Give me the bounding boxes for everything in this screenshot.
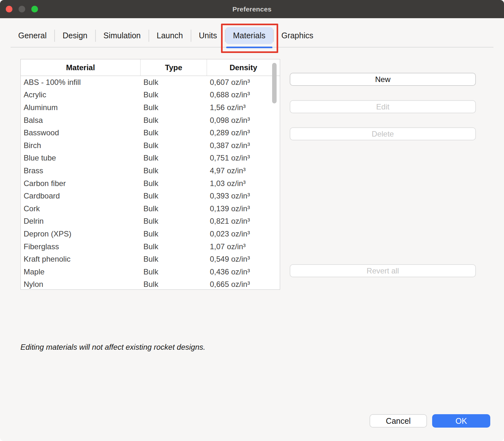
cell-density: 0,139 oz/in³ bbox=[207, 204, 280, 213]
cell-material: Kraft phenolic bbox=[21, 255, 141, 264]
cell-type: Bulk bbox=[141, 242, 207, 251]
cell-density: 0,023 oz/in³ bbox=[207, 229, 280, 238]
materials-table-body: ABS - 100% infillBulk0,607 oz/in³Acrylic… bbox=[21, 76, 280, 290]
column-header-type[interactable]: Type bbox=[141, 59, 207, 76]
cell-material: Maple bbox=[21, 267, 141, 276]
table-row[interactable]: Blue tubeBulk0,751 oz/in³ bbox=[21, 152, 280, 165]
cell-type: Bulk bbox=[141, 204, 207, 213]
cell-type: Bulk bbox=[141, 229, 207, 238]
cell-type: Bulk bbox=[141, 103, 207, 112]
cell-density: 4,97 oz/in³ bbox=[207, 166, 280, 175]
cell-type: Bulk bbox=[141, 280, 207, 289]
table-header: Material Type Density bbox=[21, 59, 280, 76]
cell-material: Nylon bbox=[21, 280, 141, 289]
cell-material: Cardboard bbox=[21, 191, 141, 200]
cell-density: 0,393 oz/in³ bbox=[207, 191, 280, 200]
cell-material: Delrin bbox=[21, 217, 141, 226]
cell-material: Depron (XPS) bbox=[21, 229, 141, 238]
table-row[interactable]: CardboardBulk0,393 oz/in³ bbox=[21, 190, 280, 202]
cell-density: 0,688 oz/in³ bbox=[207, 90, 280, 99]
titlebar: Preferences bbox=[0, 0, 504, 18]
materials-note: Editing materials will not affect existi… bbox=[20, 343, 205, 352]
cell-type: Bulk bbox=[141, 217, 207, 226]
column-header-density[interactable]: Density bbox=[207, 59, 280, 76]
cell-material: Birch bbox=[21, 141, 141, 150]
cell-density: 0,289 oz/in³ bbox=[207, 128, 280, 137]
materials-table: Material Type Density ABS - 100% infillB… bbox=[20, 59, 280, 290]
cell-material: Brass bbox=[21, 166, 141, 175]
revert-all-button[interactable]: Revert all bbox=[290, 264, 476, 277]
cell-density: 0,665 oz/in³ bbox=[207, 280, 280, 289]
cell-material: Cork bbox=[21, 204, 141, 213]
table-row[interactable]: NylonBulk0,665 oz/in³ bbox=[21, 278, 280, 290]
table-row[interactable]: Kraft phenolicBulk0,549 oz/in³ bbox=[21, 253, 280, 265]
tab-graphics[interactable]: Graphics bbox=[274, 27, 321, 44]
cell-density: 0,387 oz/in³ bbox=[207, 141, 280, 150]
minimize-button[interactable] bbox=[19, 6, 25, 12]
cell-type: Bulk bbox=[141, 116, 207, 125]
tab-general[interactable]: General bbox=[11, 27, 54, 44]
column-header-material[interactable]: Material bbox=[21, 59, 141, 76]
traffic-lights bbox=[6, 0, 38, 18]
table-row[interactable]: FiberglassBulk1,07 oz/in³ bbox=[21, 240, 280, 253]
tab-simulation[interactable]: Simulation bbox=[96, 27, 149, 44]
table-row[interactable]: MapleBulk0,436 oz/in³ bbox=[21, 265, 280, 278]
table-row[interactable]: Carbon fiberBulk1,03 oz/in³ bbox=[21, 177, 280, 190]
selected-tab-underline bbox=[226, 47, 272, 48]
new-button[interactable]: New bbox=[290, 73, 476, 86]
cell-type: Bulk bbox=[141, 166, 207, 175]
cell-density: 0,549 oz/in³ bbox=[207, 255, 280, 264]
cell-type: Bulk bbox=[141, 128, 207, 137]
cell-type: Bulk bbox=[141, 255, 207, 264]
cell-material: Aluminum bbox=[21, 103, 141, 112]
table-row[interactable]: ABS - 100% infillBulk0,607 oz/in³ bbox=[21, 76, 280, 89]
cell-type: Bulk bbox=[141, 153, 207, 162]
tab-units[interactable]: Units bbox=[191, 27, 225, 44]
cell-density: 0,821 oz/in³ bbox=[207, 217, 280, 226]
cell-density: 0,607 oz/in³ bbox=[207, 78, 280, 87]
cancel-button[interactable]: Cancel bbox=[370, 414, 427, 428]
cell-type: Bulk bbox=[141, 267, 207, 276]
cell-material: Blue tube bbox=[21, 153, 141, 162]
cell-type: Bulk bbox=[141, 179, 207, 188]
cell-type: Bulk bbox=[141, 191, 207, 200]
table-row[interactable]: DelrinBulk0,821 oz/in³ bbox=[21, 215, 280, 228]
cell-density: 1,03 oz/in³ bbox=[207, 179, 280, 188]
cell-density: 0,751 oz/in³ bbox=[207, 153, 280, 162]
cell-type: Bulk bbox=[141, 78, 207, 87]
close-button[interactable] bbox=[6, 6, 12, 12]
table-row[interactable]: BrassBulk4,97 oz/in³ bbox=[21, 164, 280, 177]
cell-material: Balsa bbox=[21, 116, 141, 125]
cell-density: 1,07 oz/in³ bbox=[207, 242, 280, 251]
table-row[interactable]: BirchBulk0,387 oz/in³ bbox=[21, 139, 280, 152]
cell-material: Basswood bbox=[21, 128, 141, 137]
window-title: Preferences bbox=[233, 5, 271, 13]
preferences-window: Preferences General Design Simulation La… bbox=[0, 0, 504, 441]
cell-material: Carbon fiber bbox=[21, 179, 141, 188]
cell-material: ABS - 100% infill bbox=[21, 78, 141, 87]
scrollbar-thumb[interactable] bbox=[272, 63, 277, 103]
cell-density: 0,436 oz/in³ bbox=[207, 267, 280, 276]
tab-launch[interactable]: Launch bbox=[149, 27, 191, 44]
cell-type: Bulk bbox=[141, 141, 207, 150]
tab-design[interactable]: Design bbox=[55, 27, 95, 44]
tab-materials-label: Materials bbox=[233, 31, 265, 40]
table-row[interactable]: CorkBulk0,139 oz/in³ bbox=[21, 202, 280, 215]
cell-type: Bulk bbox=[141, 90, 207, 99]
cell-density: 0,098 oz/in³ bbox=[207, 116, 280, 125]
cell-density: 1,56 oz/in³ bbox=[207, 103, 280, 112]
cell-material: Fiberglass bbox=[21, 242, 141, 251]
table-row[interactable]: AcrylicBulk0,688 oz/in³ bbox=[21, 89, 280, 101]
table-row[interactable]: BasswoodBulk0,289 oz/in³ bbox=[21, 126, 280, 139]
tab-materials[interactable]: Materials bbox=[225, 27, 273, 44]
edit-button[interactable]: Edit bbox=[290, 100, 476, 113]
cell-material: Acrylic bbox=[21, 90, 141, 99]
table-row[interactable]: AluminumBulk1,56 oz/in³ bbox=[21, 101, 280, 114]
tab-bar: General Design Simulation Launch Units M… bbox=[11, 24, 493, 48]
ok-button[interactable]: OK bbox=[432, 414, 490, 428]
delete-button[interactable]: Delete bbox=[290, 127, 476, 140]
table-row[interactable]: BalsaBulk0,098 oz/in³ bbox=[21, 114, 280, 127]
table-row[interactable]: Depron (XPS)Bulk0,023 oz/in³ bbox=[21, 228, 280, 240]
zoom-button[interactable] bbox=[31, 6, 38, 12]
